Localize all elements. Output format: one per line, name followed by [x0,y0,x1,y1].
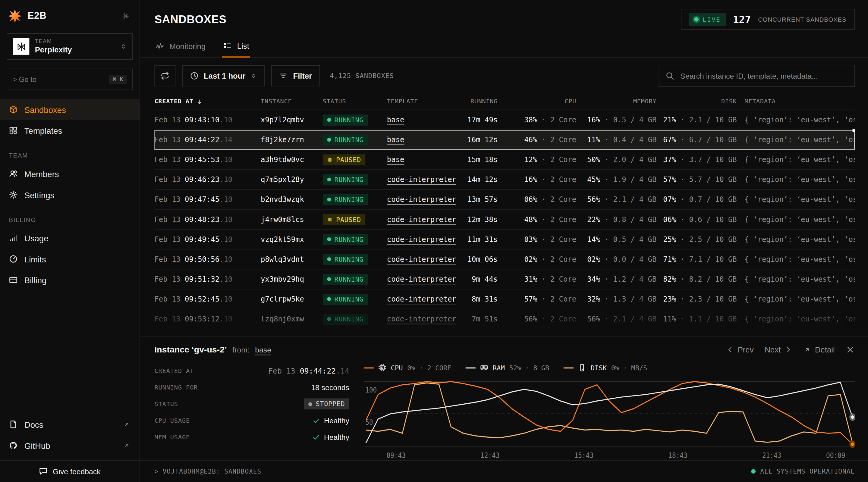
running-cell: 11m 31s [463,235,498,244]
filter-button[interactable]: Filter [272,65,320,87]
template-cell: code-interpreter [387,255,463,264]
sidebar-item-templates[interactable]: Templates [0,120,140,141]
sidebar-item-docs[interactable]: Docs [0,414,140,435]
column-header-metadata: METADATA [737,98,855,105]
table-row[interactable]: Feb 13 09:45:53.10a3h9tdw0vcPAUSEDbase15… [154,150,855,170]
next-button[interactable]: Next [765,345,792,354]
table-row[interactable]: Feb 13 09:53:12.10lzq8nj0xmwRUNNINGcode-… [154,310,855,329]
team-name: Perplexity [35,45,115,55]
template-link[interactable]: code-interpreter [387,275,456,284]
team-label: TEAM [35,38,115,45]
template-link[interactable]: code-interpreter [387,295,456,303]
detail-button[interactable]: Detail [803,345,835,354]
ram-icon [480,364,489,372]
detail-template-link[interactable]: base [255,346,271,354]
status-badge: RUNNING [323,114,368,125]
status-dot-icon [327,317,331,321]
template-link[interactable]: base [387,116,404,124]
grid-icon [9,126,18,135]
template-link[interactable]: base [387,135,404,144]
search-container [659,65,855,87]
status-cell: RUNNING [323,254,387,265]
table-header-row: CREATED ATINSTANCESTATUSTEMPLATERUNNINGC… [154,93,855,110]
metric-value: Feb 13 09:44:22.14 [268,366,349,375]
table-row[interactable]: Feb 13 09:51:32.10yx3mbv29hqRUNNINGcode-… [154,269,855,289]
prev-button[interactable]: Prev [726,345,753,354]
memory-cell: 14% · 0.5 / 4 GB [576,235,656,244]
running-cell: 16m 12s [463,135,498,144]
github-icon [9,441,18,450]
template-link[interactable]: code-interpreter [387,315,456,323]
memory-cell: 56% · 2.1 / 4 GB [576,315,656,323]
live-label: LIVE [703,16,721,23]
tab-list-label: List [237,41,249,50]
sidebar-item-settings[interactable]: Settings [0,184,140,205]
template-link[interactable]: code-interpreter [387,195,456,204]
svg-text:00:09: 00:09 [826,451,845,459]
search-input[interactable] [679,71,848,81]
table-row[interactable]: Feb 13 09:46:23.10q7m5pxl28yRUNNINGcode-… [154,170,855,190]
app-window: E2B TEAM Perplexity > Go to ⌘ K Sandboxe… [0,0,868,482]
disk-cell: 06% · 0.6 / 10 GB [656,215,737,224]
running-cell: 17m 49s [463,116,498,124]
status-badge: PAUSED [323,214,366,225]
status-dot-icon [327,237,331,241]
goto-search[interactable]: > Go to ⌘ K [7,69,133,90]
check-icon [312,433,320,441]
time-range-select[interactable]: Last 1 hour [182,65,265,87]
instance-cell: f8j2ke7zrn [261,135,323,144]
table-row[interactable]: Feb 13 09:47:45.10b2nvd3wzqkRUNNINGcode-… [154,190,855,210]
template-link[interactable]: base [387,155,404,164]
sidebar-item-members[interactable]: Members [0,163,140,184]
close-icon[interactable] [846,345,855,354]
live-badge: LIVE [689,13,726,26]
template-link[interactable]: code-interpreter [387,255,456,264]
svg-text:09:43: 09:43 [387,451,406,459]
detail-button-label: Detail [815,345,835,354]
table-row[interactable]: Feb 13 09:50:56.10p8wlq3vdntRUNNINGcode-… [154,250,855,269]
template-cell: base [387,135,463,144]
metric-label: RUNNING FOR [154,384,198,391]
template-link[interactable]: code-interpreter [387,235,456,244]
collapse-sidebar-icon[interactable] [122,12,130,21]
give-feedback-button[interactable]: Give feedback [0,460,140,482]
table-row[interactable]: Feb 13 09:48:23.10j4rw0m8lcsPAUSEDcode-i… [154,210,855,230]
users-icon [9,169,18,178]
refresh-button[interactable] [154,65,176,87]
table-row[interactable]: Feb 13 09:52:45.10g7clrpw5keRUNNINGcode-… [154,289,855,310]
status-cell: RUNNING [323,194,387,205]
table-row[interactable]: Feb 13 09:44:22.14f8j2ke7zrnRUNNINGbase1… [154,130,855,150]
detail-title: Instance ‘gv-us-2’ [154,345,227,355]
created-at-cell: Feb 13 09:48:23.10 [154,215,261,224]
tab-list[interactable]: List [222,36,250,58]
status-badge: PAUSED [323,154,366,165]
sidebar-item-label: Members [24,169,59,178]
table-row[interactable]: Feb 13 09:43:10.10x9p7l2qmbvRUNNINGbase1… [154,110,855,130]
legend-item-disk: DISK0% · MB/S [564,364,647,372]
sidebar-item-label: Limits [24,254,46,264]
sidebar-item-github[interactable]: GitHub [0,435,140,456]
column-header-created-at[interactable]: CREATED AT [154,98,261,105]
status-badge: RUNNING [323,194,368,205]
sidebar-item-label: Usage [24,233,49,243]
section-label: TEAM [9,152,130,159]
template-link[interactable]: code-interpreter [387,175,456,184]
cpu-cell: 16% · 2 Core [498,175,576,184]
refresh-icon [161,71,169,80]
sidebar-item-usage[interactable]: Usage [0,227,140,249]
status-badge: RUNNING [323,234,368,245]
metric-label: CPU USAGE [154,417,190,424]
metadata-cell: { ‘region’: ‘eu-west’, ‘os’: ‘ubuntu… [737,295,855,303]
svg-text:100: 100 [365,386,377,394]
chevron-up-down-icon [250,73,257,79]
created-at-cell: Feb 13 09:47:45.10 [154,195,261,204]
sidebar-item-limits[interactable]: Limits [0,249,140,269]
template-link[interactable]: code-interpreter [387,215,456,224]
team-selector[interactable]: TEAM Perplexity [7,33,133,60]
cpu-chip-icon [378,364,386,372]
usage-chart: 1005009:4312:4315:4318:4321:4300:09 [364,375,855,460]
tab-monitoring[interactable]: Monitoring [154,36,207,57]
sidebar-item-billing[interactable]: Billing [0,269,140,290]
sidebar-item-sandboxes[interactable]: Sandboxes [0,99,140,120]
table-row[interactable]: Feb 13 09:49:45.10vzq2kt59mxRUNNINGcode-… [154,230,855,250]
